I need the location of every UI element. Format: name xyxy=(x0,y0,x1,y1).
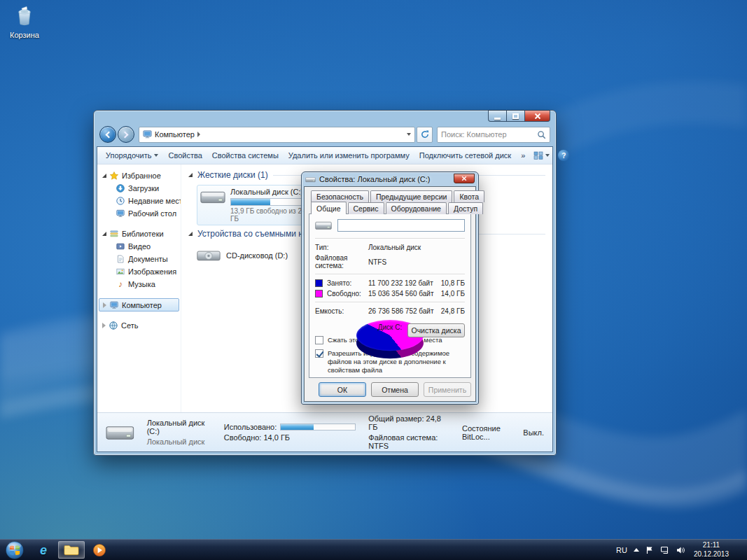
search-box[interactable] xyxy=(437,127,550,143)
help-button[interactable]: ? xyxy=(558,150,569,161)
sidebar-item-computer[interactable]: Компьютер xyxy=(99,298,179,312)
folder-icon xyxy=(64,545,79,556)
expander-icon[interactable] xyxy=(102,174,106,178)
refresh-button[interactable] xyxy=(417,127,433,143)
maximize-button[interactable] xyxy=(506,110,525,122)
type-label: Тип: xyxy=(315,244,368,251)
organize-button[interactable]: Упорядочить xyxy=(102,149,162,162)
recycle-bin-icon xyxy=(13,4,36,28)
forward-button[interactable] xyxy=(118,126,134,143)
properties-button[interactable]: Свойства xyxy=(164,149,206,162)
map-network-drive-button[interactable]: Подключить сетевой диск xyxy=(415,149,515,162)
details-bitlocker-value: Выкл. xyxy=(523,428,544,437)
language-indicator[interactable]: RU xyxy=(616,546,627,554)
capacity-gb: 24,8 ГБ xyxy=(435,307,465,315)
uninstall-label: Удалить или изменить программу xyxy=(288,151,410,160)
hard-disks-group-label: Жесткие диски (1) xyxy=(197,170,268,180)
sidebar-item-videos[interactable]: Видео xyxy=(97,240,181,253)
dialog-close-button[interactable] xyxy=(454,174,475,183)
minimize-button[interactable] xyxy=(488,110,507,122)
media-player-icon xyxy=(92,543,106,557)
tab-security[interactable]: Безопасность xyxy=(311,190,369,202)
sidebar-item-desktop[interactable]: Рабочий стол xyxy=(97,207,181,220)
overflow-chevron: » xyxy=(521,151,525,160)
ok-button[interactable]: ОК xyxy=(319,382,366,397)
disk-label-row: Диск C: Очистка диска xyxy=(315,323,465,331)
breadcrumb-computer[interactable]: Компьютер xyxy=(155,130,195,139)
videos-icon xyxy=(116,242,125,251)
taskbar-clock[interactable]: 21:11 20.12.2013 xyxy=(691,541,732,559)
hard-drive-icon xyxy=(106,421,134,444)
start-button[interactable] xyxy=(0,540,29,560)
volume-tray-icon[interactable] xyxy=(676,546,685,554)
change-view-button[interactable] xyxy=(531,150,552,161)
recycle-bin-shortcut[interactable]: Корзина xyxy=(4,4,45,39)
window-titlebar[interactable] xyxy=(97,111,553,125)
refresh-icon xyxy=(420,130,430,139)
show-hidden-icons-button[interactable] xyxy=(634,548,639,552)
group-collapse-icon[interactable] xyxy=(188,173,193,177)
drive-c-usage-fill xyxy=(231,199,270,205)
expander-icon[interactable] xyxy=(102,232,106,236)
free-space-row: Свободно: 15 036 354 560 байт 14,0 ГБ xyxy=(315,290,465,298)
type-value: Локальный диск xyxy=(368,244,421,251)
command-bar-right: ? xyxy=(531,150,569,161)
expander-icon[interactable] xyxy=(103,302,106,308)
pictures-icon xyxy=(116,267,125,276)
taskbar-explorer[interactable] xyxy=(58,541,85,559)
sidebar-item-downloads[interactable]: Загрузки xyxy=(97,182,181,195)
capacity-label: Емкость: xyxy=(315,307,368,315)
toolbar-overflow-button[interactable]: » xyxy=(517,149,529,162)
properties-dialog: Свойства: Локальный диск (C:) Безопаснос… xyxy=(301,172,479,405)
hard-drive-icon xyxy=(305,176,316,183)
network-tray-icon[interactable] xyxy=(660,546,670,554)
uninstall-program-button[interactable]: Удалить или изменить программу xyxy=(284,149,414,162)
sidebar-group-libraries[interactable]: Библиотеки xyxy=(97,227,181,240)
tab-quota[interactable]: Квота xyxy=(454,190,484,202)
close-icon xyxy=(534,113,541,120)
address-dropdown-icon[interactable] xyxy=(407,133,411,136)
disk-label: Диск C: xyxy=(378,323,403,331)
cancel-button[interactable]: Отмена xyxy=(371,382,419,397)
sidebar-group-favorites[interactable]: Избранное xyxy=(97,169,181,182)
search-input[interactable] xyxy=(441,130,537,139)
sidebar-item-pictures[interactable]: Изображения xyxy=(97,265,181,278)
clock-time: 21:11 xyxy=(694,541,729,550)
close-button[interactable] xyxy=(524,110,550,122)
taskbar-internet-explorer[interactable] xyxy=(30,541,57,559)
sidebar-item-network[interactable]: Сеть xyxy=(97,319,181,332)
tab-row-back: Безопасность Предыдущие версии Квота xyxy=(309,190,471,202)
disk-cleanup-button[interactable]: Очистка диска xyxy=(407,323,465,337)
tab-hardware[interactable]: Оборудование xyxy=(386,202,447,214)
dialog-titlebar[interactable]: Свойства: Локальный диск (C:) xyxy=(304,172,476,186)
expander-icon[interactable] xyxy=(102,323,106,328)
system-properties-button[interactable]: Свойства системы xyxy=(208,149,283,162)
back-button[interactable] xyxy=(99,126,116,143)
hard-drive-icon xyxy=(315,219,332,232)
breadcrumb-arrow-icon[interactable] xyxy=(197,132,200,137)
volume-label-input[interactable] xyxy=(337,219,465,232)
close-icon xyxy=(461,176,467,181)
sidebar-item-music[interactable]: ♪ Музыка xyxy=(97,278,181,290)
tab-general[interactable]: Общие xyxy=(311,202,347,214)
used-color-swatch xyxy=(315,279,323,287)
taskbar-media-player[interactable] xyxy=(86,541,113,559)
file-system-label: Файловая система: xyxy=(315,254,368,270)
tab-tools[interactable]: Сервис xyxy=(348,202,384,214)
computer-icon xyxy=(110,301,118,309)
apply-button[interactable]: Применить xyxy=(424,382,471,397)
action-center-flag-icon[interactable] xyxy=(645,546,654,554)
details-drive-name: Локальный диск (C:) xyxy=(147,419,211,435)
group-collapse-icon[interactable] xyxy=(188,232,193,236)
details-usage-fill xyxy=(281,424,314,430)
tab-sharing[interactable]: Доступ xyxy=(448,202,483,214)
compress-checkbox[interactable] xyxy=(315,336,323,344)
sidebar-item-recent-places[interactable]: Недавние места xyxy=(97,195,181,207)
index-checkbox[interactable] xyxy=(315,349,323,358)
address-bar[interactable]: Компьютер xyxy=(139,127,415,143)
sidebar-item-documents[interactable]: Документы xyxy=(97,253,181,265)
network-icon xyxy=(109,321,118,330)
free-bytes: 15 036 354 560 байт xyxy=(368,290,435,298)
used-bytes: 11 700 232 192 байт xyxy=(368,279,435,287)
tab-previous-versions[interactable]: Предыдущие версии xyxy=(370,190,452,202)
